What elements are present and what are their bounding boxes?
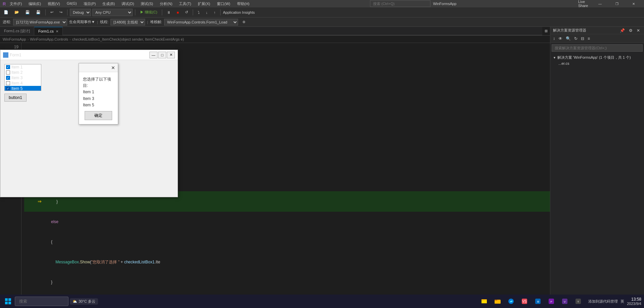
tab-form1-design[interactable]: Form1.cs [设计] <box>0 27 34 35</box>
form1-app-icon <box>3 52 8 58</box>
menu-git[interactable]: Git(G) <box>65 1 78 7</box>
taskbar-sys: 添加到源代码管理 英 13:58 2023/9/4 <box>588 297 641 306</box>
taskbar-app1[interactable]: VS <box>518 295 531 307</box>
list-item-4[interactable]: Item 4 <box>5 81 41 86</box>
taskbar-search[interactable] <box>15 297 68 306</box>
live-share-btn[interactable]: Live Share <box>576 0 591 7</box>
form1-minimize-btn[interactable]: — <box>149 52 157 58</box>
taskbar-app3[interactable]: P <box>545 295 557 307</box>
solution-search-wrapper <box>550 43 644 53</box>
redo-btn[interactable]: ↪ <box>57 9 65 15</box>
menu-tools[interactable]: 工具(T) <box>178 1 192 7</box>
checked-list-box[interactable]: ✓ Item 1 Item 2 ✓ Item 3 <box>4 64 41 91</box>
bc-part1[interactable]: WinFormsApp <box>3 37 26 41</box>
step-out-btn[interactable]: ↑ <box>211 9 218 15</box>
split-editor-btn[interactable]: ⊞ <box>542 27 550 35</box>
menu-file[interactable]: 文件(F) <box>8 1 23 7</box>
solution-explorer-panel: 解决方案资源管理器 📌 ⚙ ✕ ↕ 👁 🔍 ↻ ⊟ ≡ ▼ <box>550 27 644 308</box>
msg-dialog-close-btn[interactable]: ✕ <box>111 65 115 70</box>
menu-window[interactable]: 窗口(W) <box>216 1 232 7</box>
global-search-input[interactable] <box>370 0 430 7</box>
list-item-5[interactable]: ✓ Item 5 <box>5 86 41 91</box>
start-btn[interactable] <box>3 296 13 307</box>
svg-text:P: P <box>551 300 552 303</box>
tab-close-btn[interactable]: ✕ <box>56 30 58 33</box>
window-controls: Live Share — ❐ ✕ <box>576 0 641 7</box>
tree-solution-root[interactable]: ▼ 解决方案 'WinFormsApp' (1 个项目，共 1 个) <box>550 54 644 61</box>
svg-text:V: V <box>564 300 566 303</box>
stop-btn[interactable]: ■ <box>174 9 181 15</box>
taskbar-app5[interactable]: T <box>572 295 584 307</box>
panel-close-btn[interactable]: ✕ <box>635 28 641 34</box>
taskbar-app2[interactable]: ⚙ <box>532 295 544 307</box>
menu-build[interactable]: 生成(B) <box>101 1 116 7</box>
form1-maximize-btn[interactable]: □ <box>158 52 166 58</box>
tree-item-ercs[interactable]: ...er.cs <box>550 61 644 66</box>
step-into-btn[interactable]: ↓ <box>203 9 210 15</box>
svg-text:VS: VS <box>522 300 527 303</box>
sol-sync-btn[interactable]: ↕ <box>552 36 556 42</box>
minimize-btn[interactable]: — <box>592 0 608 7</box>
checkbox-5: ✓ <box>6 87 10 91</box>
message-dialog: ✕ 您选择了以下项目: Item 1 Item 3 Item 5 确定 <box>79 63 118 124</box>
sol-props-btn[interactable]: ≡ <box>586 36 591 42</box>
bc-part2[interactable]: WinFormsApp.Controls <box>30 37 68 41</box>
panel-pin-btn[interactable]: 📌 <box>618 28 626 34</box>
checkbox-3: ✓ <box>6 76 10 80</box>
solution-search-input[interactable] <box>552 44 643 52</box>
menu-view[interactable]: 视图(V) <box>46 1 61 7</box>
continue-btn[interactable]: ▶ 继续(C) <box>138 9 159 16</box>
list-item-3[interactable]: ✓ Item 3 <box>5 75 41 81</box>
sol-filter-btn[interactable]: 🔍 <box>564 36 572 42</box>
sol-show-all-btn[interactable]: 👁 <box>557 36 564 42</box>
tab-form1-cs-label: Form1.cs <box>38 29 54 33</box>
cpu-dropdown[interactable]: Any CPU <box>92 9 133 16</box>
save-all-btn[interactable]: 💾 <box>34 9 43 15</box>
menu-edit[interactable]: 编辑(E) <box>27 1 42 7</box>
open-btn[interactable]: 📂 <box>12 9 21 15</box>
list-item-1[interactable]: ✓ Item 1 <box>5 64 41 70</box>
thread-dropdown[interactable]: [14808] 主线程 <box>110 19 145 25</box>
bc-part3[interactable]: checkedListBox1_ItemCheck(object sender,… <box>72 37 184 41</box>
stack-dropdown[interactable]: WinFormsApp.Controls.Form1_Load <box>164 19 238 25</box>
menu-project[interactable]: 项目(P) <box>82 1 97 7</box>
tab-form1-cs[interactable]: Form1.cs ✕ <box>34 27 63 35</box>
weather-icon: ⛅ <box>73 299 77 304</box>
form1-close-btn[interactable]: ✕ <box>167 52 175 58</box>
pause-btn[interactable]: ⏸ <box>165 9 173 15</box>
list-item-2-label: Item 2 <box>11 70 22 75</box>
list-item-1-label: Item 1 <box>11 65 22 69</box>
taskbar-edge[interactable] <box>505 295 517 307</box>
msg-ok-btn[interactable]: 确定 <box>85 111 112 120</box>
step-over-btn[interactable]: ⤵ <box>195 9 202 15</box>
panel-settings-btn[interactable]: ⚙ <box>628 28 634 34</box>
menu-analyze[interactable]: 分析(N) <box>158 1 174 7</box>
list-item-2[interactable]: Item 2 <box>5 70 41 75</box>
taskbar-time: 13:58 <box>627 297 641 302</box>
panel-header: 解决方案资源管理器 📌 ⚙ ✕ <box>550 27 644 34</box>
menu-extend[interactable]: 扩展(X) <box>196 1 212 7</box>
save-btn[interactable]: 💾 <box>23 9 32 15</box>
close-btn[interactable]: ✕ <box>626 0 641 7</box>
msg-line2: Item 1 <box>83 89 114 95</box>
taskbar-app4[interactable]: V <box>559 295 571 307</box>
code-editor-area: Form1.cs [设计] Form1.cs ✕ ⊞ WinFormsApp ›… <box>0 27 550 308</box>
menu-test[interactable]: 测试(S) <box>139 1 154 7</box>
undo-btn[interactable]: ↩ <box>48 9 56 15</box>
restore-btn[interactable]: ❐ <box>609 0 625 7</box>
process-dropdown[interactable]: [17272] WinFormsApp.exe <box>13 19 67 25</box>
source-control-label[interactable]: 添加到源代码管理 <box>588 299 618 304</box>
restart-btn[interactable]: ↺ <box>183 9 190 15</box>
new-file-btn[interactable]: 📄 <box>1 9 11 15</box>
tree-arrow-root: ▼ <box>553 56 556 59</box>
sol-refresh-btn[interactable]: ↻ <box>573 36 579 42</box>
debug-settings-btn[interactable]: ⚙ <box>240 19 248 25</box>
debug-mode-dropdown[interactable]: Debug <box>70 9 91 16</box>
msg-line4: Item 5 <box>83 102 114 108</box>
form1-button1[interactable]: button1 <box>4 94 27 102</box>
sol-collapse-btn[interactable]: ⊟ <box>580 36 586 42</box>
menu-help[interactable]: 帮助(H) <box>236 1 251 7</box>
taskbar-folder[interactable] <box>492 295 504 307</box>
menu-debug[interactable]: 调试(D) <box>120 1 135 7</box>
taskbar-explorer[interactable] <box>478 295 490 307</box>
